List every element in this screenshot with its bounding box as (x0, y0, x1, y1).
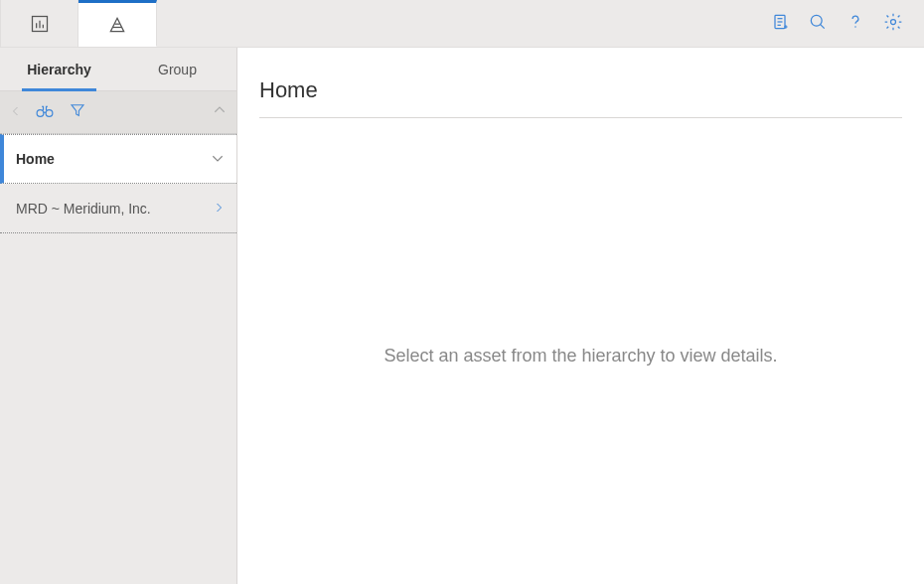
sidebar: Hierarchy Group (0, 48, 237, 584)
top-bar (0, 0, 924, 48)
sidebar-tab-label: Group (158, 62, 197, 77)
tab-dashboard[interactable] (0, 0, 78, 47)
hierarchy-icon (107, 15, 127, 35)
page-title: Home (259, 77, 902, 103)
svg-point-16 (891, 19, 896, 24)
settings-button[interactable] (874, 0, 912, 48)
svg-point-15 (854, 26, 856, 28)
svg-marker-4 (110, 18, 123, 31)
empty-state-message: Select an asset from the hierarchy to vi… (384, 346, 777, 366)
clipboard-add-button[interactable] (761, 0, 799, 48)
sidebar-tab-label: Hierarchy (27, 62, 91, 77)
filter-button[interactable] (70, 102, 85, 122)
svg-marker-20 (72, 105, 83, 116)
tree-node-item[interactable]: MRD ~ Meridium, Inc. (0, 184, 236, 233)
sidebar-toolbar (0, 91, 236, 134)
settings-gear-icon (883, 12, 903, 36)
collapse-button[interactable] (213, 103, 227, 121)
top-tabs (0, 0, 157, 47)
svg-point-13 (811, 15, 822, 26)
dashboard-icon (30, 14, 50, 34)
binoculars-button[interactable] (36, 102, 54, 122)
top-actions (761, 0, 924, 47)
svg-point-17 (37, 110, 44, 117)
content-area: Hierarchy Group (0, 48, 924, 584)
sidebar-tab-group[interactable]: Group (118, 48, 236, 90)
help-button[interactable] (837, 0, 874, 48)
divider (259, 117, 902, 118)
clipboard-add-icon (770, 12, 790, 36)
main-body: Select an asset from the hierarchy to vi… (237, 128, 924, 584)
help-icon (846, 12, 865, 36)
chevron-left-icon (10, 103, 22, 121)
sidebar-tabs: Hierarchy Group (0, 48, 236, 91)
main-pane: Home Select an asset from the hierarchy … (237, 48, 924, 584)
tree-node-label: Home (16, 151, 55, 167)
tree-node-home[interactable]: Home (0, 134, 236, 184)
search-button[interactable] (799, 0, 837, 48)
chevron-right-icon (213, 201, 225, 217)
svg-line-14 (821, 24, 825, 28)
main-header: Home (237, 48, 924, 128)
search-icon (808, 12, 828, 36)
sidebar-tab-hierarchy[interactable]: Hierarchy (0, 48, 118, 90)
tab-hierarchy[interactable] (78, 0, 157, 47)
tree-node-label: MRD ~ Meridium, Inc. (16, 201, 151, 217)
chevron-down-icon (211, 151, 225, 168)
svg-point-18 (46, 110, 53, 117)
